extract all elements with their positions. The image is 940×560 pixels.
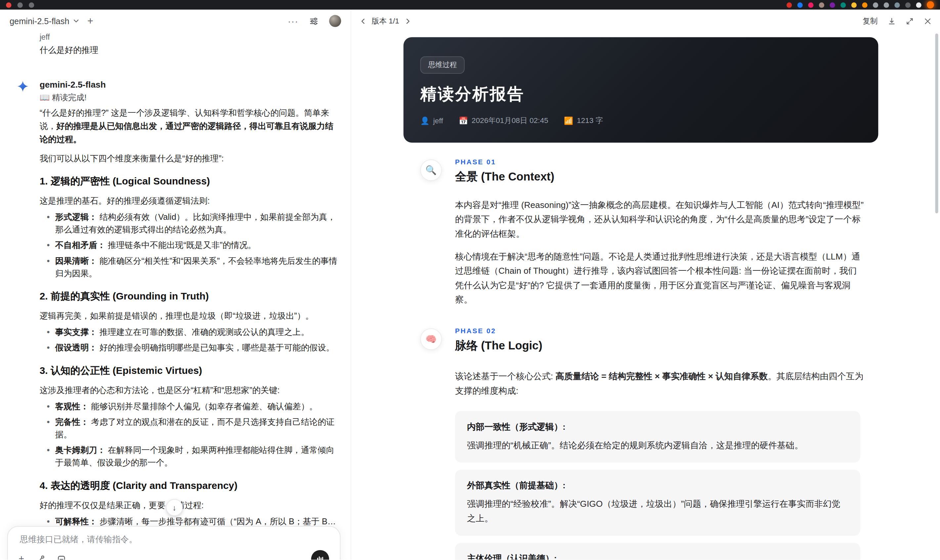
report-title: 精读分析报告 bbox=[421, 83, 861, 105]
scrollbar-thumb[interactable] bbox=[935, 34, 938, 214]
more-options-button[interactable]: ··· bbox=[288, 16, 299, 26]
display-icon[interactable] bbox=[894, 2, 900, 7]
section-intro-4: 好的推理不仅仅是结果正确，更要 看清过程: bbox=[40, 499, 338, 512]
report-author: 👤 jeff bbox=[421, 116, 443, 125]
artifact-content[interactable]: 思维过程 精读分析报告 👤 jeff 📅 2026年01月08日 02:45 📶… bbox=[351, 32, 940, 560]
apps-grid-icon[interactable] bbox=[17, 2, 23, 7]
section-heading-1: 1. 逻辑的严密性 (Logical Soundness) bbox=[40, 175, 338, 188]
waveform-icon bbox=[316, 555, 324, 560]
composer-toolbar: + bbox=[18, 550, 329, 560]
bullet-item: 形式逻辑： 结构必须有效（Valid）。比如演绎推理中，如果前提全部为真，那么通… bbox=[47, 211, 337, 236]
report-date-text: 2026年01月08日 02:45 bbox=[472, 116, 549, 126]
extension-icon-orange[interactable] bbox=[862, 2, 867, 7]
bullet-text: 步骤清晰，每一步推导都有迹可循（“因为 A，所以 B；基于 B… bbox=[97, 516, 336, 526]
extension-icon-blue[interactable] bbox=[797, 2, 803, 7]
bullet-term: 因果清晰： bbox=[55, 256, 97, 265]
canvas-frame-button[interactable] bbox=[57, 554, 66, 559]
report-word-count: 📶 1213 字 bbox=[564, 116, 603, 126]
bullet-term: 事实支撑： bbox=[55, 327, 97, 337]
assistant-name: gemini-2.5-flash bbox=[40, 80, 338, 89]
attach-plus-button[interactable]: + bbox=[18, 554, 24, 560]
chevron-down-icon bbox=[73, 18, 79, 24]
dimension-card-2: 外部真实性（前提基础）: 强调推理的“经验校准”。解决“GIGO（垃圾进，垃圾出… bbox=[455, 470, 860, 535]
chat-header-actions: ··· bbox=[288, 15, 341, 27]
extension-icon-yellow[interactable] bbox=[851, 2, 857, 7]
user-author-name: jeff bbox=[40, 32, 338, 42]
report-badge: 思维过程 bbox=[421, 56, 465, 74]
assistant-markdown: “什么是好的推理?” 这是一个涉及逻辑学、认知科学和哲学核心的问题。简单来说，好… bbox=[40, 106, 338, 528]
bullet-text: 好的推理会明确指明哪些是已知事实，哪些是基于可能的假设。 bbox=[97, 343, 335, 352]
report-date: 📅 2026年01月08日 02:45 bbox=[459, 116, 549, 126]
chat-panel: gemini-2.5-flash + ··· jeff bbox=[0, 9, 351, 560]
new-chat-button[interactable]: + bbox=[87, 16, 93, 26]
split-view-icon[interactable] bbox=[884, 2, 889, 7]
intro-bold-text: 好的推理是从已知信息出发，通过严密的逻辑路径，得出可靠且有说服力结论的过程。 bbox=[40, 121, 333, 144]
menu-icon[interactable] bbox=[29, 2, 34, 7]
tune-settings-icon[interactable] bbox=[309, 17, 318, 25]
bullet-item: 事实支撑： 推理建立在可靠的数据、准确的观测或公认的真理之上。 bbox=[47, 326, 337, 338]
extension-icon-tan[interactable] bbox=[819, 2, 824, 7]
card-body: 强调推理的“机械正确”。结论必须在给定的规则系统内逻辑自洽，这是推理的硬件基础。 bbox=[467, 438, 848, 452]
dimension-card-3: 主体伦理（认识美德）: 转向推理者的心理特征。引入奥卡姆剃刀和反向论证，旨在克服… bbox=[455, 543, 860, 560]
dimension-card-1: 内部一致性（形式逻辑）: 强调推理的“机械正确”。结论必须在给定的规则系统内逻辑… bbox=[455, 411, 860, 463]
chevron-left-icon[interactable] bbox=[360, 17, 367, 24]
bullet-term: 可解释性： bbox=[55, 516, 97, 526]
download-icon[interactable] bbox=[888, 17, 896, 25]
close-icon[interactable] bbox=[924, 17, 932, 25]
bullet-item: 不自相矛盾： 推理链条中不能出现“既是又非”的情况。 bbox=[47, 239, 337, 252]
phase-label-2: PHASE 02 bbox=[455, 327, 878, 335]
bullet-item: 假设透明： 好的推理会明确指明哪些是已知事实，哪些是基于可能的假设。 bbox=[47, 342, 337, 354]
gemini-sparkle-icon bbox=[17, 80, 29, 92]
section-heading-2: 2. 前提的真实性 (Grounding in Truth) bbox=[40, 290, 338, 303]
model-selector[interactable]: gemini-2.5-flash bbox=[9, 16, 79, 26]
assistant-message: gemini-2.5-flash 📖 精读完成! “什么是好的推理?” 这是一个… bbox=[17, 80, 338, 528]
bullet-term: 奥卡姆剃刀： bbox=[55, 445, 105, 455]
chevron-right-icon[interactable] bbox=[405, 17, 411, 24]
user-message: jeff 什么是好的推理 bbox=[17, 32, 338, 56]
phase-section-1: 🔍 PHASE 01 全景 (The Context) 本内容是对“推理 (Re… bbox=[404, 158, 878, 307]
model-name: gemini-2.5-flash bbox=[9, 16, 69, 26]
bullet-list-1: 形式逻辑： 结构必须有效（Valid）。比如演绎推理中，如果前提全部为真，那么通… bbox=[40, 211, 338, 280]
artifact-toolbar: 版本 1/1 复制 bbox=[351, 9, 940, 32]
section-heading-4: 4. 表达的透明度 (Clarity and Transparency) bbox=[40, 479, 338, 492]
chat-message-list[interactable]: jeff 什么是好的推理 gemini-2.5-flash bbox=[0, 32, 351, 560]
scroll-to-bottom-button[interactable]: ↓ bbox=[166, 499, 183, 516]
phase-title-1: 全景 (The Context) bbox=[455, 169, 878, 185]
report-word-count-text: 1213 字 bbox=[577, 116, 603, 126]
record-dot-icon[interactable] bbox=[6, 2, 11, 7]
intro-paragraph: “什么是好的推理?” 这是一个涉及逻辑学、认知科学和哲学核心的问题。简单来说，好… bbox=[40, 106, 338, 146]
workflow-nodes-button[interactable] bbox=[36, 554, 45, 559]
extension-icon-pink[interactable] bbox=[808, 2, 813, 7]
voice-input-button[interactable] bbox=[311, 550, 329, 560]
version-navigator: 版本 1/1 bbox=[360, 16, 411, 26]
phase2-formula-paragraph: 该论述基于一个核心公式: 高质量结论 = 结构完整性 × 事实准确性 × 认知自… bbox=[455, 369, 864, 398]
settings-gear-icon[interactable] bbox=[873, 2, 878, 7]
user-message-bubble: jeff 什么是好的推理 bbox=[40, 32, 338, 56]
person-icon: 👤 bbox=[421, 116, 430, 125]
bullet-list-3: 客观性： 能够识别并尽量排除个人偏见（如幸存者偏差、确认偏差）。 完备性： 考虑… bbox=[40, 400, 338, 469]
download-tray-icon[interactable] bbox=[916, 2, 922, 7]
extension-icon-red[interactable] bbox=[786, 2, 792, 7]
device-icon[interactable] bbox=[905, 2, 911, 7]
bullet-term: 不自相矛盾： bbox=[55, 240, 105, 250]
phase-label-1: PHASE 01 bbox=[455, 158, 878, 166]
assistant-status: 📖 精读完成! bbox=[40, 92, 338, 103]
copy-button[interactable]: 复制 bbox=[863, 16, 877, 26]
message-input[interactable] bbox=[18, 534, 331, 545]
bullet-term: 完备性： bbox=[55, 417, 89, 427]
card-title: 外部真实性（前提基础）: bbox=[467, 480, 848, 491]
version-label: 版本 1/1 bbox=[372, 16, 399, 26]
bullet-text: 结构必须有效（Valid）。比如演绎推理中，如果前提全部为真，那么通过有效的逻辑… bbox=[55, 212, 336, 234]
extension-icon-purple[interactable] bbox=[830, 2, 835, 7]
user-avatar[interactable] bbox=[329, 15, 341, 27]
bullet-text: 推理链条中不能出现“既是又非”的情况。 bbox=[105, 240, 256, 250]
extension-icon-teal[interactable] bbox=[840, 2, 846, 7]
app-window: gemini-2.5-flash + ··· jeff bbox=[0, 0, 940, 560]
artifact-panel: 版本 1/1 复制 思维过程 精读分析报告 👤 jeff bbox=[351, 9, 940, 560]
section-intro-1: 这是推理的基石。好的推理必须遵循逻辑法则: bbox=[40, 195, 338, 207]
browser-left-icons bbox=[6, 2, 40, 7]
expand-icon[interactable] bbox=[906, 17, 914, 25]
bullet-text: 能准确区分“相关性”和“因果关系”，不会轻率地将先后发生的事情归为因果。 bbox=[55, 256, 337, 278]
recording-active-icon[interactable] bbox=[927, 2, 934, 9]
magnifier-icon: 🔍 bbox=[421, 159, 442, 181]
